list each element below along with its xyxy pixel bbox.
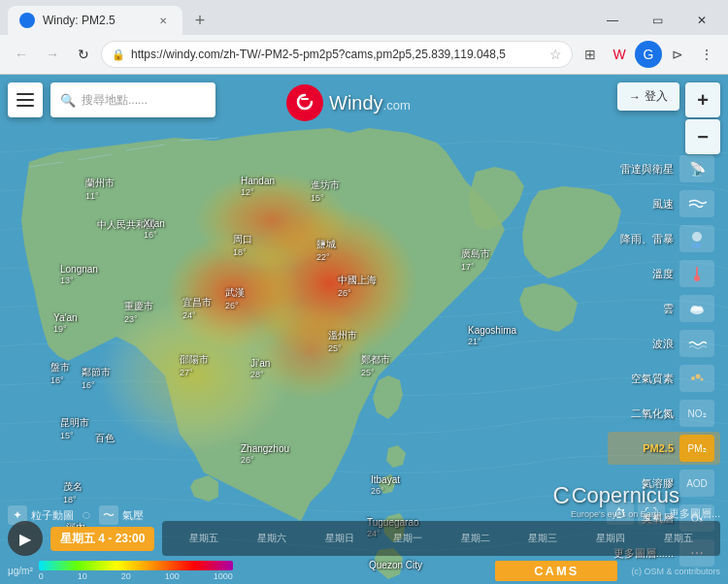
- layer-temp-label: 溫度: [652, 267, 674, 281]
- forward-button[interactable]: →: [39, 41, 66, 68]
- svg-point-3: [194, 172, 349, 269]
- layer-radar-label: 雷達與衛星: [620, 162, 674, 177]
- menu-icon[interactable]: ⋮: [693, 41, 720, 68]
- layer-item-waves[interactable]: 波浪: [608, 327, 720, 360]
- copyright-text: (c) OSM & contributors: [631, 567, 720, 576]
- cast-icon[interactable]: ⊳: [664, 41, 691, 68]
- svg-point-5: [252, 303, 369, 400]
- timeline-day-2[interactable]: 星期日: [321, 530, 358, 547]
- timeline-day-0[interactable]: 星期五: [185, 530, 222, 547]
- timeline[interactable]: 星期五 星期六 星期日 星期一 星期二 星期三 星期四 星期五: [162, 521, 720, 556]
- svg-point-10: [692, 232, 702, 242]
- windy-domain: .com: [383, 98, 411, 113]
- hamburger-button[interactable]: [8, 82, 43, 117]
- layer-item-rain[interactable]: 降雨、雷暴: [608, 222, 720, 255]
- svg-line-12: [696, 243, 697, 247]
- tab-close-button[interactable]: ✕: [155, 13, 171, 28]
- address-bar[interactable]: 🔒 https://windy.com/zh-TW/-PM2-5-pm2p5?c…: [101, 41, 573, 68]
- scale-val-4: 1000: [214, 571, 233, 581]
- browser-chrome: Windy: PM2.5 ✕ + — ▭ ✕ ← → ↻ 🔒 https://w…: [0, 0, 728, 75]
- url-text: https://windy.com/zh-TW/-PM2-5-pm2p5?cam…: [131, 48, 544, 61]
- scale-val-2: 20: [121, 571, 131, 581]
- svg-point-21: [701, 378, 704, 381]
- windy-logo: Windy.com: [286, 84, 411, 121]
- zoom-out-button[interactable]: −: [685, 119, 720, 154]
- timeline-day-7[interactable]: 星期五: [660, 530, 697, 547]
- reload-button[interactable]: ↻: [70, 41, 97, 68]
- layer-aerosol-icon: AOD: [679, 470, 714, 497]
- left-sidebar: 🔍 搜尋地點......: [8, 82, 215, 117]
- layer-clouds-label: 雲: [663, 302, 674, 316]
- layer-clouds-icon: [679, 295, 714, 322]
- layer-item-wind[interactable]: 風速: [608, 187, 720, 220]
- scale-val-1: 10: [78, 571, 87, 581]
- layer-waves-icon: [679, 330, 714, 357]
- windy-extension-icon[interactable]: W: [606, 41, 633, 68]
- ham-line-1: [17, 93, 34, 95]
- play-button[interactable]: ▶: [8, 521, 43, 556]
- layer-temp-icon: [679, 260, 714, 287]
- account-icon[interactable]: G: [635, 41, 662, 68]
- scale-gradient: [39, 561, 233, 570]
- address-bar-row: ← → ↻ 🔒 https://windy.com/zh-TW/-PM2-5-p…: [0, 35, 728, 74]
- login-label: 登入: [645, 88, 668, 105]
- layer-pm25-icon: PM₂: [679, 435, 714, 462]
- timeline-day-3[interactable]: 星期一: [389, 530, 426, 547]
- bookmark-icon[interactable]: ☆: [549, 47, 562, 62]
- layer-air-icon: [679, 365, 714, 392]
- ham-line-3: [17, 105, 34, 107]
- zoom-controls: + −: [685, 82, 720, 154]
- minimize-button[interactable]: —: [590, 6, 635, 35]
- layer-item-air[interactable]: 空氣質素: [608, 362, 720, 395]
- maximize-button[interactable]: ▭: [635, 6, 679, 35]
- timeline-day-1[interactable]: 星期六: [253, 530, 290, 547]
- search-placeholder-text: 搜尋地點......: [82, 92, 148, 109]
- scale-val-3: 100: [165, 571, 180, 581]
- time-display[interactable]: 星期五 4 - 23:00: [50, 527, 154, 551]
- scale-unit-label: μg/m²: [8, 566, 33, 576]
- play-icon: ▶: [19, 530, 31, 548]
- time-text: 星期五 4 - 23:00: [60, 532, 145, 545]
- layer-item-no2[interactable]: 二氧化氮 NO₂: [608, 397, 720, 430]
- more-layers-label[interactable]: 更多圖層...: [669, 506, 720, 521]
- layer-pm25-label: PM2.5: [643, 442, 674, 454]
- svg-rect-14: [696, 267, 698, 276]
- svg-point-18: [697, 307, 703, 311]
- map-container[interactable]: 蘭州市11° 中人民共和國 Longnan13° Ya'an19° 重慶市23°…: [0, 75, 728, 584]
- bottom-info-bar: μg/m² 0 10 20 100 1000 CAMS (c) OSM & co…: [8, 561, 720, 581]
- ham-line-2: [17, 99, 34, 101]
- search-box[interactable]: 🔍 搜尋地點......: [50, 82, 215, 117]
- close-window-button[interactable]: ✕: [679, 6, 724, 35]
- cams-label: CAMS: [534, 564, 579, 578]
- layer-rain-icon: [679, 225, 714, 252]
- svg-line-11: [693, 243, 694, 247]
- new-tab-button[interactable]: +: [186, 7, 214, 34]
- layer-item-pm25[interactable]: PM2.5 PM₂: [608, 432, 720, 465]
- login-button[interactable]: → 登入: [617, 82, 679, 111]
- window-controls: — ▭ ✕: [590, 6, 728, 35]
- scale-values: 0 10 20 100 1000: [39, 571, 233, 581]
- lock-icon: 🔒: [112, 49, 125, 61]
- layer-no2-icon: NO₂: [679, 400, 714, 427]
- back-button[interactable]: ←: [8, 41, 35, 68]
- timeline-day-6[interactable]: 星期四: [592, 530, 629, 547]
- layer-air-label: 空氣質素: [631, 372, 674, 386]
- copernicus-c: C: [552, 482, 569, 509]
- windy-brand-icon: [286, 84, 323, 121]
- search-icon: 🔍: [60, 93, 76, 108]
- layer-item-temp[interactable]: 溫度: [608, 257, 720, 290]
- extensions-icon[interactable]: ⊞: [577, 41, 604, 68]
- svg-line-13: [699, 243, 700, 247]
- windy-logo-text: Windy.com: [329, 92, 411, 114]
- layer-item-radar[interactable]: 雷達與衛星 📡: [608, 152, 720, 185]
- active-tab[interactable]: Windy: PM2.5 ✕: [8, 6, 182, 35]
- zoom-in-button[interactable]: +: [685, 82, 720, 117]
- layer-rain-label: 降雨、雷暴: [620, 232, 674, 246]
- cams-button[interactable]: CAMS: [495, 561, 617, 581]
- layer-no2-label: 二氧化氮: [631, 406, 674, 421]
- timeline-day-4[interactable]: 星期二: [457, 530, 494, 547]
- timeline-day-5[interactable]: 星期三: [524, 530, 561, 547]
- svg-point-19: [691, 376, 695, 380]
- timeline-row: ▶ 星期五 4 - 23:00 星期五 星期六 星期日 星期一 星期二 星期三 …: [0, 521, 728, 556]
- layer-item-clouds[interactable]: 雲: [608, 292, 720, 325]
